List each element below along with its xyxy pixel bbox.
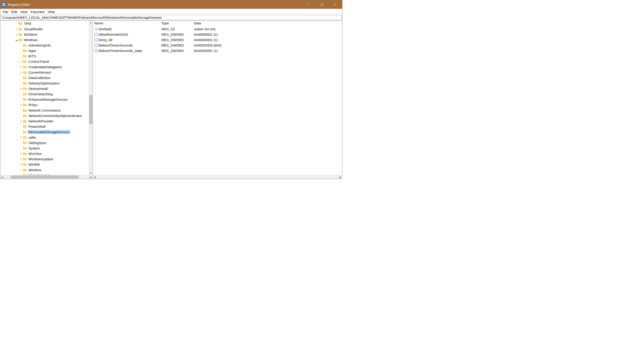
tree-node[interactable]: DataCollection <box>0 75 92 80</box>
column-header-type[interactable]: Type <box>160 21 192 26</box>
registry-editor-window: Registry Editor File Edit View Favorites… <box>0 0 342 179</box>
tree-node-label: Appx <box>28 48 37 53</box>
tree-node[interactable]: ›NetworkProvider <box>0 118 92 124</box>
list-row[interactable]: 011110AllowRemoteDASDREG_DWORD0x00000001… <box>93 32 342 37</box>
menu-favorites[interactable]: Favorites <box>29 10 46 14</box>
minimize-button[interactable] <box>302 0 316 9</box>
chevron-right-icon[interactable]: › <box>19 168 23 172</box>
chevron-right-icon[interactable]: › <box>15 32 18 37</box>
tree-node[interactable]: ›W32time <box>0 32 92 37</box>
tree-node-label: VisualStudio <box>23 27 43 31</box>
list-row[interactable]: ab(Default)REG_SZ(value not set) <box>93 26 342 32</box>
value-type: REG_DWORD <box>160 32 192 36</box>
chevron-right-icon[interactable]: › <box>19 64 23 69</box>
scroll-thumb-h[interactable] <box>11 176 78 178</box>
value-name: AllowRemoteDASD <box>99 32 128 36</box>
folder-icon <box>23 157 27 161</box>
tree-node[interactable]: ›Wireless <box>0 167 92 172</box>
maximize-button[interactable] <box>316 0 328 9</box>
folder-icon <box>23 130 27 134</box>
close-button[interactable] <box>328 0 342 9</box>
chevron-right-icon[interactable]: › <box>19 151 23 156</box>
tree-node[interactable]: BITS <box>0 53 92 59</box>
tree-node[interactable]: WorkplaceJoin <box>0 172 92 175</box>
chevron-right-icon[interactable]: › <box>19 119 23 124</box>
scroll-right-icon[interactable]: ▶ <box>89 175 92 179</box>
scroll-thumb[interactable] <box>89 95 92 124</box>
chevron-right-icon[interactable]: › <box>19 157 23 162</box>
tree-node[interactable]: NetworkConnectivityStatusIndicator <box>0 113 92 118</box>
tree-node-label: CurrentVersion <box>28 70 52 74</box>
tree-node[interactable]: ›Control Panel <box>0 59 92 64</box>
column-header-name[interactable]: Name <box>93 21 160 26</box>
tree-node-label: RemovableStorageDevices <box>28 130 70 134</box>
tree-node[interactable]: ›CredentialsDelegation <box>0 64 92 70</box>
chevron-right-icon[interactable]: › <box>19 59 23 64</box>
folder-icon <box>23 70 27 74</box>
list-row[interactable]: 011110RebootTimeinSecondsREG_DWORD0x0000… <box>93 42 342 48</box>
scroll-left-icon[interactable]: ◀ <box>93 175 97 179</box>
dword-value-icon: 011110 <box>94 38 98 42</box>
tree-node[interactable]: Network Connections <box>0 108 92 113</box>
list-row[interactable]: 011110Deny_AllREG_DWORD0x00000001 (1) <box>93 37 342 42</box>
tree-node[interactable]: RemovableStorageDevices <box>0 129 92 134</box>
tree-node[interactable]: ›WinRM <box>0 162 92 167</box>
tree-node[interactable]: ›DeviceInstall <box>0 86 92 91</box>
scroll-track[interactable] <box>97 175 338 179</box>
scroll-track[interactable] <box>4 175 89 179</box>
chevron-right-icon[interactable]: › <box>19 70 23 75</box>
tree-horizontal-scrollbar[interactable]: ◀ ▶ <box>0 175 92 179</box>
value-name: RebootTimeinSeconds <box>99 43 133 47</box>
svg-rect-3 <box>4 5 5 6</box>
chevron-right-icon[interactable]: › <box>19 102 23 107</box>
tree-node[interactable]: ›safer <box>0 134 92 140</box>
menu-help[interactable]: Help <box>46 10 56 14</box>
value-type: REG_SZ <box>160 27 192 31</box>
scroll-up-icon[interactable]: ▲ <box>89 21 92 24</box>
tree-node[interactable]: DriverSearching <box>0 91 92 97</box>
tree-node[interactable]: ›CurrentVersion <box>0 70 92 75</box>
tree-node-label: System <box>28 146 40 150</box>
list-horizontal-scrollbar[interactable]: ◀ ▶ <box>93 175 342 179</box>
tree-node[interactable]: AdvertisingInfo <box>0 42 92 48</box>
chevron-down-icon[interactable]: ⌄ <box>15 38 18 41</box>
tree-node[interactable]: SettingSync <box>0 140 92 146</box>
chevron-right-icon[interactable]: › <box>19 86 23 91</box>
menu-file[interactable]: File <box>1 10 10 14</box>
chevron-right-icon[interactable]: › <box>19 162 23 167</box>
tree-node[interactable]: ›VisualStudio <box>0 26 92 32</box>
tree-node[interactable]: ›WindowsUpdate <box>0 156 92 162</box>
column-header-data[interactable]: Data <box>192 21 342 26</box>
tree-node[interactable]: ›WcmSvc <box>0 151 92 156</box>
tree-node[interactable]: Appx <box>0 48 92 53</box>
scroll-down-icon[interactable]: ▼ <box>89 171 92 175</box>
tree-vertical-scrollbar[interactable]: ▲ ▼ <box>89 21 92 175</box>
chevron-right-icon[interactable]: › <box>15 27 18 32</box>
folder-icon <box>23 108 27 112</box>
titlebar[interactable]: Registry Editor <box>0 0 342 9</box>
svg-text:110: 110 <box>95 40 97 41</box>
tree-node-label: CredentialsDelegation <box>28 65 62 69</box>
tree-node-label: DeliveryOptimization <box>28 81 60 85</box>
tree-node[interactable]: PowerShell <box>0 124 92 129</box>
menu-edit[interactable]: Edit <box>10 10 19 14</box>
list-row[interactable]: 011110RebootTimeinSeconds_stateREG_DWORD… <box>93 48 342 53</box>
tree-node[interactable]: ›IPSec <box>0 102 92 108</box>
address-bar[interactable]: Computer\HKEY_LOCAL_MACHINE\SOFTWARE\Pol… <box>1 15 342 20</box>
scroll-left-icon[interactable]: ◀ <box>0 175 4 179</box>
chevron-right-icon[interactable]: › <box>19 135 23 140</box>
scroll-right-icon[interactable]: ▶ <box>338 175 342 179</box>
svg-rect-5 <box>321 4 323 6</box>
tree-node[interactable]: DeliveryOptimization <box>0 80 92 86</box>
tree-node[interactable]: System <box>0 146 92 151</box>
tree-node-label: NetworkProvider <box>28 119 54 123</box>
folder-icon <box>23 76 27 80</box>
tree-node[interactable]: TPM <box>0 21 92 26</box>
folder-icon <box>18 22 22 25</box>
app-icon <box>2 2 6 7</box>
menu-view[interactable]: View <box>19 10 29 14</box>
folder-icon <box>23 60 27 63</box>
tree-node[interactable]: ⌄Windows <box>0 37 92 42</box>
value-name: (Default) <box>99 27 112 31</box>
tree-node[interactable]: EnhancedStorageDevices <box>0 97 92 102</box>
